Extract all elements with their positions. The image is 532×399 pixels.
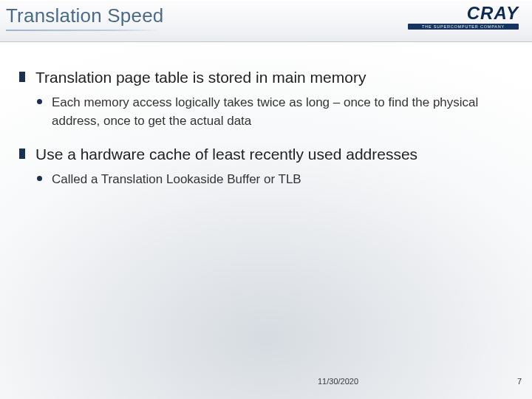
logo-text: CRAY [408, 4, 519, 22]
slide-body: Translation page table is stored in main… [0, 42, 532, 189]
bullet-text: Each memory access logically takes twice… [52, 95, 478, 128]
bullet-level1: Use a hardware cache of least recently u… [19, 144, 513, 189]
bullet-level2: Called a Translation Lookaside Buffer or… [35, 171, 513, 189]
slide-footer: 11/30/2020 7 [0, 377, 532, 392]
slide-header: Translation Speed CRAY THE SUPERCOMPUTER… [0, 0, 532, 42]
brand-logo: CRAY THE SUPERCOMPUTER COMPANY [408, 4, 519, 34]
title-underline [6, 30, 161, 31]
slide-title: Translation Speed [6, 4, 163, 27]
bullet-level1: Translation page table is stored in main… [19, 67, 513, 131]
bullet-text: Use a hardware cache of least recently u… [35, 146, 417, 163]
bullet-text: Translation page table is stored in main… [35, 69, 366, 86]
bullet-text: Called a Translation Lookaside Buffer or… [52, 172, 301, 186]
footer-date: 11/30/2020 [318, 377, 358, 386]
footer-page-number: 7 [517, 377, 522, 386]
bullet-level2: Each memory access logically takes twice… [35, 94, 513, 130]
logo-tagline: THE SUPERCOMPUTER COMPANY [408, 24, 519, 30]
